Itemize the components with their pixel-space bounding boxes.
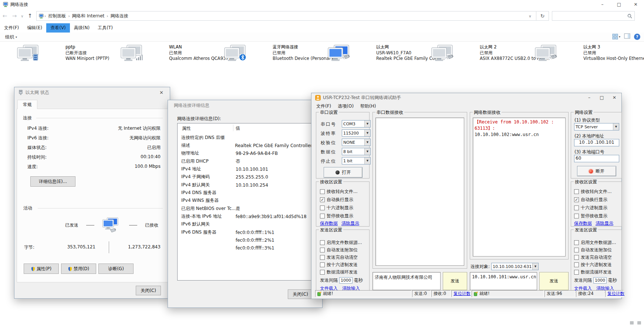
local-ip-label: (2) 本地IP地址 (574, 133, 604, 139)
menu-tools[interactable]: 工具(T) (94, 23, 117, 33)
adapter-ethernet[interactable]: 以太网 USR-W610_F7A0 Realtek PCIe GbE Famil… (327, 44, 429, 66)
checkbox[interactable] (320, 189, 325, 194)
checkbox[interactable] (574, 262, 579, 267)
checkbox[interactable]: ✓ (574, 197, 579, 202)
menu-advanced[interactable]: 高级(N) (70, 23, 94, 33)
close-icon[interactable]: ✕ (627, 0, 644, 9)
disconnect-button[interactable]: 断开 (577, 166, 616, 176)
tab-general[interactable]: 常规 (17, 100, 37, 109)
checkbox[interactable] (574, 240, 579, 245)
help-icon[interactable]: ? (634, 34, 640, 40)
checkbox[interactable] (320, 214, 325, 218)
checkbox[interactable] (574, 189, 579, 194)
net-reset-count-link[interactable]: 复位计数 (607, 291, 624, 296)
checkbox[interactable] (320, 255, 325, 260)
checkbox[interactable] (574, 270, 579, 275)
breadcrumb-control-panel[interactable]: 控制面板 (47, 13, 67, 19)
checkbox[interactable] (574, 206, 579, 210)
serial-led-icon (336, 170, 340, 174)
adapter-bluetooth[interactable]: 蓝牙网络连接 已禁用 Bluetooth Device (Personal Ar… (224, 44, 325, 66)
checkbox[interactable] (574, 214, 579, 218)
adapter-pptp[interactable]: pptp 已断开连接 WAN Miniport (PPTP) (17, 44, 118, 66)
recent-locations-icon[interactable]: ∨ (19, 14, 25, 18)
adapter-wlan[interactable]: WLAN 已禁用 Qualcomm Atheros QCA9377 ... (120, 44, 222, 66)
view-options-icon[interactable]: ▾ (612, 34, 620, 40)
search-box[interactable] (552, 11, 635, 21)
serial-send-button[interactable]: 发送 (443, 272, 467, 290)
checkbox[interactable] (320, 240, 325, 245)
menu-file[interactable]: 文件(F) (0, 23, 23, 33)
open-serial-button[interactable]: 打开 (324, 167, 363, 178)
table-row: 已启用 DHCP否 (181, 157, 312, 165)
minimize-icon[interactable]: – (583, 94, 596, 101)
network-receive-area[interactable]: 【Receive from 10.10.100.102 : 63113】: 10… (473, 118, 566, 257)
local-port-input[interactable]: 60 (574, 155, 619, 162)
save-data-link[interactable]: 保存数据 (574, 220, 592, 227)
maximize-icon[interactable]: □ (596, 94, 608, 101)
peer-select[interactable]: 10.10.100.102:6311▼ (491, 263, 539, 270)
serial-reset-count-link[interactable]: 复位计数 (454, 291, 471, 296)
preview-pane-icon[interactable] (624, 33, 630, 40)
checkbox[interactable] (574, 255, 579, 260)
details-button[interactable]: 详细信息(E)... (30, 176, 75, 187)
window-controls: – □ ✕ (594, 0, 644, 9)
maximize-icon[interactable]: □ (611, 0, 627, 9)
close-button[interactable]: 关闭(C) (288, 289, 313, 299)
menu-edit[interactable]: 编辑(E) (23, 23, 46, 33)
breadcrumb-network-internet[interactable]: 网络和 Internet (71, 13, 106, 19)
checkbox[interactable] (320, 248, 325, 252)
usr-titlebar: USR-TCP232-Test 串口转网络调试助手 – □ ✕ (311, 93, 621, 102)
serial-send-input[interactable]: 济南有人物联网技术有限公司 (372, 272, 441, 290)
interval-input[interactable]: 1000 (339, 277, 353, 283)
network-send-button[interactable]: 发送 (539, 272, 569, 290)
address-dropdown-icon[interactable]: ∨ (526, 14, 534, 18)
forward-icon[interactable]: → (10, 13, 19, 19)
details-list[interactable]: 属性 值 连接特定的 DNS 后缀 描述Realtek PCIe GbE Fam… (177, 123, 314, 281)
usr-menu-file[interactable]: 文件(F) (313, 102, 334, 110)
adapter-status: 已禁用 (273, 50, 329, 56)
minimize-icon[interactable]: – (594, 0, 611, 9)
close-icon[interactable]: ✕ (608, 94, 621, 101)
up-icon[interactable]: ↑ (25, 13, 35, 19)
adapter-ethernet3[interactable]: 以太网 3 已禁用 VirtualBox Host-Only Ethernet … (535, 44, 636, 66)
checkbox[interactable] (574, 248, 579, 252)
address-bar[interactable]: › 控制面板 › 网络和 Internet › 网络连接 ∨ (36, 11, 536, 21)
menu-view[interactable]: 查看(V) (46, 23, 70, 33)
diagnose-button[interactable]: 诊断(G) (98, 264, 134, 274)
databits-select[interactable]: 8 bit▼ (342, 148, 371, 155)
local-ip-input[interactable]: 10 .10 .100.101 (574, 139, 619, 146)
checkbox[interactable] (320, 206, 325, 210)
interval-input[interactable]: 1000 (593, 277, 607, 283)
baudrate-select[interactable]: 115200▼ (342, 129, 371, 137)
close-icon[interactable]: ✕ (153, 87, 170, 98)
disable-button[interactable]: 禁用(D) (61, 264, 96, 274)
serial-receive-area[interactable] (375, 118, 464, 266)
parity-select[interactable]: NONE▼ (342, 139, 371, 146)
checkbox-label: 接收转向文件... (327, 189, 357, 195)
adapter-ethernet2[interactable]: 以太网 2 已禁用 ASIX AX88772C USB2.0 to Fast..… (431, 44, 532, 66)
search-input[interactable] (554, 13, 627, 18)
checkbox[interactable] (320, 270, 325, 275)
checkbox[interactable] (320, 262, 325, 267)
screen-corner-artifact (637, 321, 641, 325)
breadcrumb-network-connections[interactable]: 网络连接 (109, 13, 130, 19)
com-port-select[interactable]: COM3▼ (342, 120, 371, 128)
refresh-icon[interactable]: ↻ (536, 11, 549, 21)
back-icon[interactable]: ← (0, 13, 10, 19)
clear-display-link[interactable]: 清除显示 (341, 220, 359, 227)
connection-group-label: 连接 (23, 115, 32, 121)
clear-display-link[interactable]: 清除显示 (596, 220, 613, 227)
network-send-input[interactable]: 10.10.100.101:www.usr.cn (470, 272, 537, 290)
checkbox[interactable]: ✓ (320, 197, 325, 202)
protocol-select[interactable]: TCP Server▼ (574, 123, 619, 130)
activity-row: 已发送 已接收 (65, 215, 158, 235)
usr-menu-help[interactable]: 帮助(H) (357, 102, 379, 110)
usr-menu-options[interactable]: 选项(O) (334, 102, 357, 110)
stopbits-select[interactable]: 1 bit▼ (342, 157, 371, 164)
serial-status-segment: 就绪! (315, 290, 411, 297)
save-data-link[interactable]: 保存数据 (320, 220, 338, 227)
organize-button[interactable]: 组织 ▾ (5, 34, 17, 40)
close-button[interactable]: 关闭(C) (136, 286, 161, 295)
wan-miniport-icon (32, 54, 39, 61)
properties-button[interactable]: 属性(P) (24, 264, 59, 274)
